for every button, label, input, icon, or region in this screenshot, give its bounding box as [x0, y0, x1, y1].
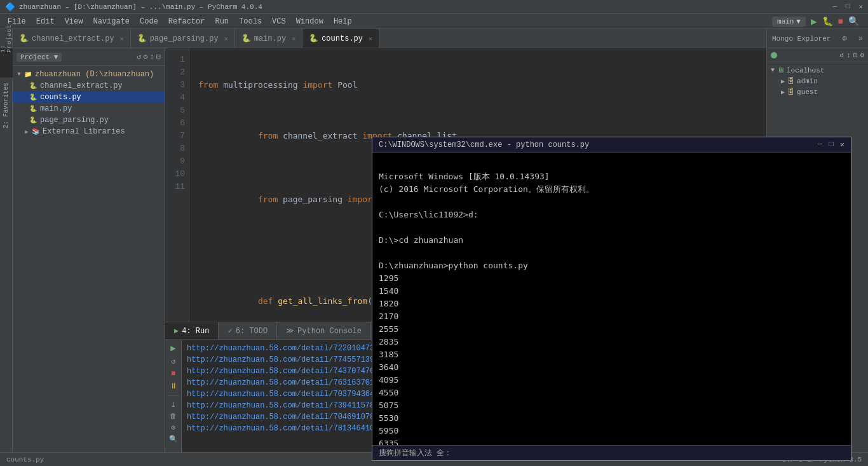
- tab-main[interactable]: 🐍 main.py ✕: [235, 29, 302, 48]
- expand-all-icon[interactable]: ↕: [846, 51, 851, 59]
- left-side-panel: 2: Favorites: [0, 78, 13, 452]
- stop-button[interactable]: ■: [171, 369, 175, 378]
- tab-console-label: Python Console: [297, 327, 362, 336]
- menu-navigate[interactable]: Navigate: [88, 16, 135, 27]
- code-line-1: from multiprocessing import Pool: [198, 79, 766, 92]
- ime-bar: 搜狗拼音输入法 全：: [372, 445, 851, 460]
- tree-item-label: counts.py: [40, 93, 81, 102]
- tree-item-label: main.py: [40, 104, 72, 113]
- expand-arrow-icon: ▼: [15, 71, 23, 78]
- cmd-terminal-window[interactable]: C:\WINDOWS\system32\cmd.exe - python cou…: [372, 137, 851, 461]
- expand-icon: ▼: [771, 67, 775, 74]
- server-icon: 🖥: [777, 66, 784, 74]
- app-icon: 🔷: [5, 2, 15, 12]
- line-numbers: 1 2 3 4 5 6 7 8 9 10 11: [165, 48, 189, 322]
- menu-help[interactable]: Help: [329, 16, 357, 27]
- collapse-all-icon[interactable]: ⊟: [853, 51, 858, 59]
- menu-run[interactable]: Run: [210, 16, 234, 27]
- collapse-icon[interactable]: ⊟: [156, 52, 161, 62]
- settings-icon[interactable]: ⚙: [860, 51, 864, 59]
- tree-item-label: page_parsing.py: [40, 116, 109, 125]
- sidebar: Project ▼ ↺ ⚙ ↕ ⊟ ▼ 📁 zhuanzhuan (D:\zhu…: [13, 48, 165, 452]
- tab-todo-label: 6: TODO: [236, 327, 268, 336]
- tabs-row: 1: Project 🐍 channel_extract.py ✕ 🐍 page…: [0, 29, 868, 48]
- run-indicator-dot: [771, 52, 777, 58]
- mongo-localhost[interactable]: ▼ 🖥 localhost: [770, 65, 865, 76]
- minimize-button[interactable]: —: [832, 3, 837, 11]
- tree-item-main[interactable]: 🐍 main.py: [13, 103, 165, 114]
- menu-vcs[interactable]: VCS: [267, 16, 291, 27]
- menu-window[interactable]: Window: [291, 16, 329, 27]
- project-dropdown[interactable]: Project ▼: [17, 53, 62, 62]
- tree-item-ext-libraries[interactable]: ▶ 📚 External Libraries: [13, 126, 165, 137]
- debug-button[interactable]: 🐛: [822, 16, 833, 27]
- expand-icon: ▶: [781, 88, 785, 96]
- menu-code[interactable]: Code: [135, 16, 163, 27]
- tab-channel-extract[interactable]: 🐍 channel_extract.py ✕: [13, 29, 131, 48]
- tab-label: channel_extract.py: [32, 34, 114, 43]
- sync-icon[interactable]: ↺: [137, 52, 141, 62]
- rerun-button[interactable]: ↺: [171, 357, 175, 366]
- tab-close-icon[interactable]: ✕: [120, 35, 124, 43]
- favorites-icon[interactable]: 2: Favorites: [3, 83, 10, 128]
- tab-label: counts.py: [322, 34, 363, 43]
- scroll-end-button[interactable]: ⤓: [170, 401, 176, 409]
- mongo-settings-icon[interactable]: ⚙: [842, 34, 846, 43]
- mongo-hide-icon[interactable]: »: [858, 34, 863, 43]
- tab-close-icon[interactable]: ✕: [369, 35, 372, 43]
- py-file-icon: 🐍: [28, 116, 38, 125]
- settings-button[interactable]: ⚙: [171, 423, 175, 432]
- expand-icon[interactable]: ↕: [150, 53, 154, 62]
- db-icon: 🗄: [787, 77, 794, 85]
- tree-item-label: channel_extract.py: [40, 81, 123, 90]
- menu-refactor[interactable]: Refactor: [163, 16, 210, 27]
- tab-python-console[interactable]: ≫ Python Console: [277, 322, 371, 339]
- py-file-icon: 🐍: [137, 34, 147, 43]
- tab-close-icon[interactable]: ✕: [224, 35, 228, 43]
- tree-root[interactable]: ▼ 📁 zhuanzhuan (D:\zhuanzhuan): [13, 69, 165, 80]
- filter-button[interactable]: 🔍: [169, 435, 178, 443]
- cmd-output[interactable]: Microsoft Windows [版本 10.0.14393] (c) 20…: [372, 153, 851, 445]
- cmd-close-button[interactable]: ✕: [840, 140, 844, 149]
- expand-icon: ▶: [781, 78, 785, 85]
- tab-counts[interactable]: 🐍 counts.py ✕: [302, 29, 379, 48]
- tree-item-counts[interactable]: 🐍 counts.py: [13, 92, 165, 103]
- tree-item-label: External Libraries: [43, 127, 125, 136]
- maximize-button[interactable]: □: [846, 3, 850, 11]
- settings-icon[interactable]: ⚙: [143, 52, 147, 62]
- py-file-icon: 🐍: [309, 34, 318, 43]
- mongo-admin[interactable]: ▶ 🗄 admin: [770, 76, 865, 86]
- py-file-icon: 🐍: [28, 93, 38, 102]
- run-icon: ▶: [174, 326, 179, 336]
- menu-tools[interactable]: Tools: [234, 16, 267, 27]
- tab-run[interactable]: ▶ 4: Run: [165, 322, 219, 339]
- tab-page-parsing[interactable]: 🐍 page_parsing.py ✕: [131, 29, 235, 48]
- run-config-selector[interactable]: main ▼: [772, 17, 806, 27]
- mongo-explorer-label: Mongo Explorer: [772, 35, 831, 43]
- tab-todo[interactable]: ✓ 6: TODO: [219, 322, 277, 339]
- py-file-icon: 🐍: [28, 104, 38, 113]
- cmd-maximize-button[interactable]: □: [829, 140, 834, 149]
- menu-view[interactable]: View: [60, 16, 88, 27]
- folder-icon: 📁: [23, 70, 33, 79]
- run-side-toolbar: ▶ ↺ ■ ⏸ ⤓ 🗑 ⚙ 🔍: [165, 340, 182, 452]
- tab-label: main.py: [254, 34, 286, 43]
- tree-item-page-parsing[interactable]: 🐍 page_parsing.py: [13, 114, 165, 126]
- cmd-minimize-button[interactable]: —: [818, 140, 822, 149]
- menu-edit[interactable]: Edit: [31, 16, 60, 27]
- close-button[interactable]: ✕: [858, 3, 863, 11]
- cmd-title-bar[interactable]: C:\WINDOWS\system32\cmd.exe - python cou…: [372, 137, 851, 153]
- tab-close-icon[interactable]: ✕: [292, 35, 295, 43]
- clear-button[interactable]: 🗑: [170, 412, 177, 420]
- mongo-guest[interactable]: ▶ 🗄 guest: [770, 86, 865, 97]
- refresh-icon[interactable]: ↺: [840, 51, 844, 59]
- stop-run-button[interactable]: ■: [838, 17, 843, 27]
- search-everywhere-button[interactable]: 🔍: [848, 16, 859, 27]
- run-button[interactable]: ▶: [811, 15, 817, 28]
- library-icon: 📚: [31, 127, 41, 136]
- tree-item-channel-extract[interactable]: 🐍 channel_extract.py: [13, 80, 165, 92]
- sidebar-toolbar: Project ▼ ↺ ⚙ ↕ ⊟: [13, 48, 165, 66]
- py-file-icon: 🐍: [241, 34, 251, 43]
- run-green-button[interactable]: ▶: [170, 343, 175, 353]
- pause-button[interactable]: ⏸: [170, 381, 177, 391]
